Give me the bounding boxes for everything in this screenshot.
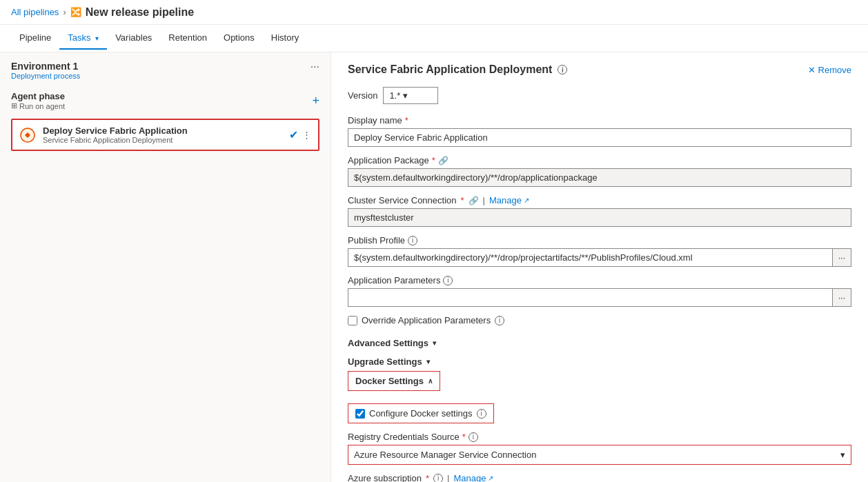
tasks-dropdown-arrow: ▾	[95, 34, 99, 42]
configure-docker-label: Configure Docker settings	[369, 408, 473, 419]
task-info: Deploy Service Fabric Application Servic…	[43, 125, 282, 144]
tab-tasks[interactable]: Tasks ▾	[59, 27, 107, 50]
left-panel: Environment 1 Deployment process ··· Age…	[0, 52, 331, 482]
tab-pipeline[interactable]: Pipeline	[11, 27, 59, 50]
configure-docker-checkbox[interactable]	[355, 409, 365, 419]
publish-profile-input[interactable]	[348, 248, 833, 267]
tab-options[interactable]: Options	[215, 27, 263, 50]
registry-cred-label: Registry Credentials Source * i	[348, 432, 851, 442]
run-on-agent-icon: ⊞	[11, 101, 17, 110]
section-header: Service Fabric Application Deployment i …	[348, 63, 851, 76]
azure-sub-label-row: Azure subscription * i | Manage ↗	[348, 473, 851, 482]
azure-manage-external-icon: ↗	[488, 474, 493, 482]
app-params-info-icon: i	[443, 276, 453, 285]
cluster-link-icon: 🔗	[468, 196, 479, 205]
app-params-field: Application Parameters i ···	[348, 275, 851, 307]
phase-sub: ⊞ Run on agent	[11, 101, 65, 110]
svg-point-1	[26, 134, 29, 137]
registry-cred-dropdown[interactable]: Azure Resource Manager Service Connectio…	[348, 445, 851, 465]
add-task-button[interactable]: +	[312, 94, 319, 108]
task-menu-button[interactable]: ⋮	[302, 130, 311, 140]
docker-settings-chevron-icon: ∧	[428, 377, 433, 385]
registry-cred-field: Registry Credentials Source * i Azure Re…	[348, 432, 851, 465]
display-name-input[interactable]	[348, 128, 851, 147]
app-package-label: Application Package * 🔗	[348, 155, 851, 165]
main-layout: Environment 1 Deployment process ··· Age…	[0, 52, 868, 482]
upgrade-settings-chevron-icon: ▾	[426, 358, 430, 365]
env-dots-button[interactable]: ···	[310, 61, 319, 73]
azure-sub-info-icon: i	[433, 474, 443, 483]
upgrade-settings-section[interactable]: Upgrade Settings ▾	[348, 352, 851, 371]
tab-variables[interactable]: Variables	[107, 27, 160, 50]
breadcrumb: All pipelines › 🔀 New release pipeline	[11, 6, 194, 19]
agent-phase: Agent phase ⊞ Run on agent +	[0, 86, 331, 116]
manage-external-icon: ↗	[524, 197, 529, 204]
app-params-browse-button[interactable]: ···	[833, 288, 851, 307]
display-name-field: Display name *	[348, 115, 851, 147]
task-desc: Service Fabric Application Deployment	[43, 136, 282, 144]
publish-profile-info-icon: i	[408, 236, 417, 245]
env-sub: Deployment process	[11, 72, 80, 80]
env-name: Environment 1	[11, 61, 80, 72]
all-pipelines-link[interactable]: All pipelines	[11, 7, 59, 17]
override-info-icon: i	[495, 316, 504, 325]
task-item[interactable]: Deploy Service Fabric Application Servic…	[11, 119, 319, 151]
phase-name: Agent phase	[11, 91, 65, 101]
app-package-input[interactable]	[348, 168, 851, 187]
nav-tabs: Pipeline Tasks ▾ Variables Retention Opt…	[0, 25, 868, 52]
azure-sub-field: Azure subscription * i | Manage ↗ Micros…	[348, 473, 851, 482]
configure-docker-row: Configure Docker settings i	[348, 403, 494, 423]
agent-phase-left: Agent phase ⊞ Run on agent	[11, 91, 65, 110]
app-params-row: ···	[348, 288, 851, 307]
override-checkbox[interactable]	[348, 316, 357, 325]
publish-profile-label: Publish Profile i	[348, 235, 851, 245]
override-label: Override Application Parameters	[362, 315, 491, 325]
remove-x-icon: ✕	[808, 65, 816, 75]
override-row: Override Application Parameters i	[348, 315, 851, 325]
publish-profile-row: ···	[348, 248, 851, 267]
tab-history[interactable]: History	[263, 27, 307, 50]
task-actions: ✔ ⋮	[289, 128, 311, 141]
top-bar: All pipelines › 🔀 New release pipeline	[0, 0, 868, 25]
remove-button[interactable]: ✕ Remove	[808, 65, 851, 75]
app-params-input[interactable]	[348, 288, 833, 307]
cluster-input[interactable]	[348, 208, 851, 227]
env-info: Environment 1 Deployment process	[11, 61, 80, 80]
breadcrumb-sep: ›	[63, 7, 66, 17]
env-header: Environment 1 Deployment process ···	[0, 52, 331, 86]
app-params-label: Application Parameters i	[348, 275, 851, 285]
publish-profile-browse-button[interactable]: ···	[833, 248, 851, 267]
advanced-settings-section[interactable]: Advanced Settings ▾	[348, 334, 851, 352]
version-label: Version	[348, 90, 377, 101]
registry-cred-info-icon: i	[468, 432, 478, 442]
publish-profile-field: Publish Profile i ···	[348, 235, 851, 267]
app-package-field: Application Package * 🔗	[348, 155, 851, 187]
cluster-manage-link[interactable]: Manage ↗	[489, 195, 529, 205]
cluster-field: Cluster Service Connection * 🔗 | Manage …	[348, 195, 851, 227]
display-name-required: *	[405, 115, 408, 125]
section-title: Service Fabric Application Deployment i	[348, 63, 567, 76]
pipeline-icon: 🔀	[70, 7, 81, 17]
title-info-icon: i	[558, 65, 567, 74]
page-title: New release pipeline	[86, 6, 194, 19]
tab-retention[interactable]: Retention	[160, 27, 215, 50]
display-name-label: Display name *	[348, 115, 851, 125]
azure-sub-manage-link[interactable]: Manage ↗	[453, 473, 493, 482]
version-row: Version 1.* ▾	[348, 87, 851, 104]
configure-docker-info-icon: i	[477, 409, 486, 419]
task-check-icon: ✔	[289, 128, 298, 141]
task-name: Deploy Service Fabric Application	[43, 125, 282, 136]
cluster-label-row: Cluster Service Connection * 🔗 | Manage …	[348, 195, 851, 205]
docker-settings-section[interactable]: Docker Settings ∧	[348, 371, 440, 391]
version-chevron-icon: ▾	[403, 90, 408, 101]
task-icon	[19, 127, 36, 143]
app-package-link-icon: 🔗	[438, 156, 448, 165]
right-panel: Service Fabric Application Deployment i …	[331, 52, 868, 482]
advanced-settings-chevron-icon: ▾	[433, 339, 436, 347]
version-select[interactable]: 1.* ▾	[383, 87, 438, 104]
registry-cred-chevron-icon: ▾	[840, 450, 845, 460]
